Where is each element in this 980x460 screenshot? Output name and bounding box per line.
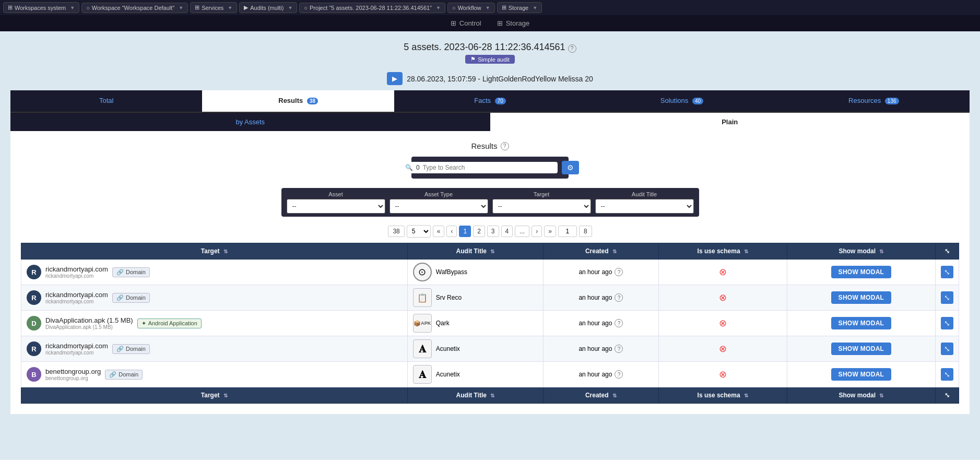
target-name: DivaApplication.apk (1.5 MB) <box>45 316 133 324</box>
nav-audits-multi[interactable]: ▶ Audits (multi) ▼ <box>239 2 297 13</box>
page-next-btn[interactable]: › <box>532 226 542 237</box>
expand-row-button[interactable]: ⤡ <box>941 291 953 304</box>
storage-link[interactable]: ⊞ Storage <box>497 19 530 27</box>
show-modal-button[interactable]: SHOW MODAL <box>831 317 892 329</box>
page-4-btn[interactable]: 4 <box>501 226 513 237</box>
search-input[interactable] <box>423 164 517 171</box>
filter-button[interactable]: ⚙ <box>562 161 579 174</box>
chevron-down-icon: ▼ <box>288 5 292 10</box>
is-use-schema-cell: ⊗ <box>658 311 787 336</box>
created-help-icon[interactable]: ? <box>615 319 623 327</box>
col-header-audit-title[interactable]: Audit Title ⇅ <box>407 243 543 260</box>
col-header-created[interactable]: Created ⇅ <box>544 243 659 260</box>
workflow-icon: ○ <box>452 5 456 11</box>
page-title-help-icon[interactable]: ? <box>568 44 576 53</box>
expand-cell: ⤡ <box>936 336 959 362</box>
col-footer-is-use-schema[interactable]: Is use schema ⇅ <box>658 387 787 404</box>
control-link[interactable]: ⊞ Control <box>451 19 481 27</box>
chevron-down-icon: ▼ <box>70 5 75 10</box>
target-sub: rickandmortyapi.com <box>45 350 108 356</box>
page-1-btn[interactable]: 1 <box>459 226 471 237</box>
page-prev-prev-btn[interactable]: « <box>433 226 445 237</box>
nav-workspaces-system[interactable]: ⊞ Workspaces system ▼ <box>3 2 79 13</box>
expand-row-button[interactable]: ⤡ <box>941 343 953 355</box>
asset-type-badge: 🔗 Domain <box>112 344 150 354</box>
sort-schema-bottom-icon: ⇅ <box>744 393 748 398</box>
target-sub: rickandmortyapi.com <box>45 273 108 279</box>
col-footer-target[interactable]: Target ⇅ <box>21 387 408 404</box>
no-schema-icon: ⊗ <box>719 369 727 380</box>
tab-bar: Total Results 38 Facts 70 Solutions 40 R… <box>10 90 970 113</box>
show-modal-button[interactable]: SHOW MODAL <box>831 291 892 304</box>
filter-asset-type-select[interactable]: -- <box>389 199 488 214</box>
nav-workflow[interactable]: ○ Workflow ▼ <box>447 3 495 13</box>
col-header-show-modal[interactable]: Show modal ⇅ <box>787 243 935 260</box>
tab-facts[interactable]: Facts 70 <box>394 90 586 112</box>
created-help-icon[interactable]: ? <box>615 268 623 276</box>
target-sub: rickandmortyapi.com <box>45 299 108 304</box>
show-modal-button[interactable]: SHOW MODAL <box>831 343 892 355</box>
expand-row-button[interactable]: ⤡ <box>941 368 953 381</box>
audit-title-cell: 𝐀 Acunetix <box>407 362 543 387</box>
sort-audit-title-bottom-icon: ⇅ <box>490 393 494 398</box>
show-modal-button[interactable]: SHOW MODAL <box>831 266 892 278</box>
chevron-down-icon: ▼ <box>533 5 537 10</box>
no-schema-icon: ⊗ <box>719 318 727 328</box>
col-header-is-use-schema[interactable]: Is use schema ⇅ <box>658 243 787 260</box>
run-button[interactable]: ▶ <box>387 72 403 85</box>
target-cell: R rickandmortyapi.com rickandmortyapi.co… <box>21 285 408 311</box>
facts-badge: 70 <box>495 98 506 104</box>
main-content: 5 assets. 2023-06-28 11:22:36.414561 ? ⚑… <box>0 31 980 459</box>
page-prev-btn[interactable]: ‹ <box>446 226 457 237</box>
nav-project[interactable]: ○ Project "5 assets. 2023-06-28 11:22:36… <box>299 3 445 13</box>
created-help-icon[interactable]: ? <box>615 370 623 379</box>
secondary-nav: ⊞ Control ⊞ Storage <box>0 15 980 31</box>
control-icon: ⊞ <box>451 19 456 27</box>
nav-storage[interactable]: ⊞ Storage ▼ <box>497 2 542 13</box>
tab-resources[interactable]: Resources 136 <box>778 90 970 112</box>
subtab-by-assets[interactable]: by Assets <box>10 113 490 131</box>
col-header-target[interactable]: Target ⇅ <box>21 243 408 260</box>
simple-audit-badge: ⚑ Simple audit <box>465 55 515 64</box>
page-2-btn[interactable]: 2 <box>473 226 485 237</box>
sort-modal-icon: ⇅ <box>879 249 883 254</box>
tab-total[interactable]: Total <box>10 90 202 112</box>
tab-solutions[interactable]: Solutions 40 <box>586 90 777 112</box>
created-help-icon[interactable]: ? <box>615 345 623 353</box>
filter-asset-type: Asset Type -- <box>389 191 488 214</box>
total-count: 38 <box>388 226 404 237</box>
fullscreen-icon: ⤡ <box>944 268 950 276</box>
filter-audit-title-select[interactable]: -- <box>595 199 694 214</box>
audit-badge-wrapper: ⚑ Simple audit <box>10 55 970 68</box>
created-help-icon[interactable]: ? <box>615 293 623 302</box>
page-size-select[interactable]: 5 10 25 <box>407 225 431 238</box>
results-help-icon[interactable]: ? <box>501 142 509 150</box>
filter-asset-select[interactable]: -- <box>287 199 385 214</box>
page-3-btn[interactable]: 3 <box>487 226 499 237</box>
show-modal-button[interactable]: SHOW MODAL <box>831 368 892 381</box>
nav-workspace-default[interactable]: ○ Workspace "Workspace Default" ▼ <box>81 3 188 13</box>
filter-target-select[interactable]: -- <box>492 199 591 214</box>
expand-all-bottom-icon[interactable]: ⤡ <box>944 392 950 399</box>
audit-title-text: Acunetix <box>436 345 460 352</box>
expand-row-button[interactable]: ⤡ <box>941 317 953 329</box>
subtab-plain[interactable]: Plain <box>490 113 970 131</box>
col-header-expand: ⤡ <box>936 243 959 260</box>
col-footer-show-modal[interactable]: Show modal ⇅ <box>787 387 935 404</box>
asset-type-icon: 🔗 <box>116 269 124 276</box>
created-cell: an hour ago ? <box>544 260 659 285</box>
results-table: Target ⇅ Audit Title ⇅ Created ⇅ Is use … <box>21 243 959 404</box>
search-bar: 🔍 0 ⚙ <box>411 157 569 179</box>
tab-results[interactable]: Results 38 <box>202 90 394 112</box>
col-footer-audit-title[interactable]: Audit Title ⇅ <box>407 387 543 404</box>
no-schema-icon: ⊗ <box>719 292 727 303</box>
nav-services[interactable]: ⊞ Services ▼ <box>190 2 237 13</box>
col-footer-created[interactable]: Created ⇅ <box>544 387 659 404</box>
run-info-text: 28.06.2023, 15:07:59 - LightGoldenRodYel… <box>407 75 593 83</box>
page-jump-input[interactable] <box>558 226 577 237</box>
expand-row-button[interactable]: ⤡ <box>941 266 953 278</box>
audit-title-cell: 𝐀 Acunetix <box>407 336 543 362</box>
created-text: an hour ago <box>578 371 612 378</box>
expand-all-icon[interactable]: ⤡ <box>944 247 950 255</box>
page-next-next-btn[interactable]: » <box>544 226 556 237</box>
